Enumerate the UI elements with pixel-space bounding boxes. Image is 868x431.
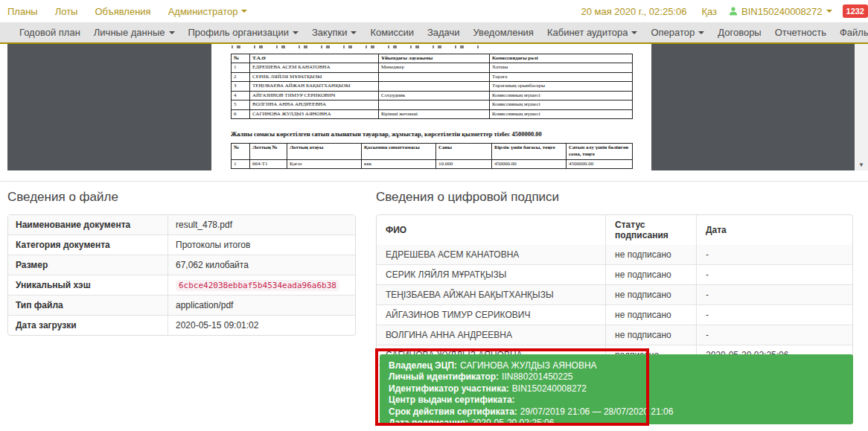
top-nav-announcements[interactable]: Объявления [95, 6, 150, 17]
col-header: № [232, 54, 250, 63]
sign-status: не подписано [606, 284, 697, 304]
nav-label: Уведомления [473, 27, 534, 38]
table-row: 6САГИНОВА ЖУЛДЫЗ АЯНОВНАБірінші жетекшіК… [232, 109, 633, 118]
col-header: Қосымша сипаттамасы [362, 144, 436, 160]
row-value: result_478.pdf [168, 215, 355, 234]
signer-name: ВОЛГИНА АННА АНДРЕЕВНА [377, 325, 606, 345]
sign-date: - [697, 264, 852, 284]
certificate-alert: Владелец ЭЦП:САГИНОВА ЖУЛДЫЗ АЯНОВНА Лич… [380, 354, 853, 424]
nav-item-reporting[interactable]: Отчетность [775, 27, 826, 38]
signer-name: АЙГАЗИНОВ ТИМУР СЕРИКОВИЧ [377, 304, 606, 325]
chevron-down-icon [241, 10, 247, 13]
clipped-text-line [232, 45, 481, 48]
language-switcher[interactable]: Қаз [701, 6, 717, 17]
sign-status: не подписано [606, 304, 697, 325]
table-row: СЕРИК ЛЯЙЛЯ МҰРАТҚЫЗЫ не подписано - [377, 264, 852, 284]
nav-label: Задачи [427, 27, 460, 38]
row-value: 67,062 килобайта [168, 255, 355, 275]
table-row: 3ТЕҢІЗБАЕВА АЙЖАН БАҚЫТХАНҚЫЗЫТөрағаның … [232, 82, 633, 91]
row-label: Тип файла [8, 295, 168, 315]
nav-item-procurement[interactable]: Закупки [312, 27, 357, 38]
nav-item-notifications[interactable]: Уведомления [473, 27, 534, 38]
pdf-total-line: Жалпы сомасы көрсетілген сатып алынатын … [231, 130, 640, 138]
table-row: Тип файла application/pdf [8, 295, 355, 315]
chevron-down-icon [293, 31, 299, 34]
chevron-down-icon [631, 31, 637, 34]
file-info-table: Наименование документа result_478.pdf Ка… [7, 214, 356, 336]
nav-label: Файлы [840, 27, 868, 38]
top-nav-plans[interactable]: Планы [7, 6, 38, 17]
table-row: АЙГАЗИНОВ ТИМУР СЕРИКОВИЧ не подписано - [377, 304, 852, 325]
table-row: Наименование документа result_478.pdf [8, 215, 355, 234]
sign-status: не подписано [606, 264, 697, 284]
signature-info-title: Сведения о цифровой подписи [376, 190, 853, 205]
nav-item-contracts[interactable]: Договоры [718, 27, 761, 38]
signer-name: СЕРИК ЛЯЙЛЯ МҰРАТҚЫЗЫ [377, 264, 606, 284]
nav-item-auditor-cabinet[interactable]: Кабинет аудитора [547, 27, 638, 38]
nav-item-annual-plan[interactable]: Годовой план [19, 27, 80, 38]
user-icon [729, 7, 738, 16]
nav-item-tasks[interactable]: Задачи [427, 27, 460, 38]
table-row: 5ВОЛГИНА АННА АНДРЕЕВНАКомиссияның мүшес… [232, 100, 633, 109]
scrollbar[interactable]: ▼ [855, 44, 868, 170]
top-nav-administrator[interactable]: Администратор [168, 6, 248, 17]
row-label: Наименование документа [8, 215, 168, 234]
table-row: ЕДРЕШЕВА АСЕМ КАНАТОВНА не подписано - [377, 245, 852, 264]
row-label: Категория документа [8, 234, 168, 255]
signature-table: ФИО Статус подписания Дата ЕДРЕШЕВА АСЕМ… [376, 214, 853, 365]
main-nav: Годовой план Личные данные Профиль орган… [0, 22, 868, 44]
row-value: application/pdf [168, 295, 355, 315]
nav-item-files[interactable]: Файлы [840, 27, 868, 38]
file-info-section: Сведения о файле Наименование документа … [7, 190, 356, 336]
col-header: Лоттың атауы [287, 144, 362, 160]
chevron-down-icon [826, 10, 832, 13]
col-header: № [232, 144, 250, 160]
col-header: Сатып алу үшін бөлінген сома, теңге [567, 144, 633, 160]
user-bin-label: BIN150240008272 [741, 6, 822, 17]
table-row: Размер 67,062 килобайта [8, 255, 355, 275]
nav-label: Отчетность [775, 27, 826, 38]
col-header-date: Дата [697, 215, 852, 245]
notifications-badge[interactable]: 1232 [843, 4, 868, 18]
col-header: Саны [436, 144, 492, 160]
table-row: ТЕҢІЗБАЕВА АЙЖАН БАҚЫТХАНҚЫЗЫ не подписа… [377, 284, 852, 304]
row-label: Дата загрузки [8, 315, 168, 335]
nav-item-org-profile[interactable]: Профиль организации [188, 27, 299, 38]
col-header-status: Статус подписания [606, 215, 697, 245]
row-label: Размер [8, 255, 168, 275]
nav-label: Кабинет аудитора [547, 27, 628, 38]
nav-label: Комиссии [370, 27, 414, 38]
cert-line: Центр выдачи сертификата: [389, 395, 846, 406]
cert-line: Идентификатор участника:BIN150240008272 [389, 383, 846, 395]
row-label: Уникальный хэш [8, 275, 168, 295]
scroll-down-icon[interactable]: ▼ [855, 162, 868, 168]
top-nav-administrator-label: Администратор [168, 6, 238, 17]
pdf-page: № Т.А.Ә Ұйымдағы лауазымы Комиссиядағы р… [211, 44, 651, 170]
sign-status: не подписано [606, 325, 697, 345]
user-menu[interactable]: BIN150240008272 [729, 6, 832, 17]
table-row: Уникальный хэш 6cbce42038ebbaf5b4534eada… [8, 275, 355, 295]
pdf-embed-background: № Т.А.Ә Ұйымдағы лауазымы Комиссиядағы р… [7, 44, 855, 170]
nav-label: Профиль организации [188, 27, 289, 38]
table-row: ВОЛГИНА АННА АНДРЕЕВНА не подписано - [377, 325, 852, 345]
current-datetime: 20 мая 2020 г., 02:25:06 [581, 6, 686, 17]
section-divider [0, 181, 868, 182]
file-hash-value: 6cbce42038ebbaf5b4534eada96a6b38 [176, 280, 339, 291]
signature-info-section: Сведения о цифровой подписи ФИО Статус п… [376, 190, 853, 365]
nav-item-commissions[interactable]: Комиссии [370, 27, 414, 38]
table-header-row: ФИО Статус подписания Дата [377, 215, 852, 245]
table-row: 1664-T1 Қағазккк 10.000450000.00 4500000… [232, 159, 633, 168]
sign-date: - [697, 284, 852, 304]
sign-date: - [697, 304, 852, 325]
top-nav-lots[interactable]: Лоты [55, 6, 78, 17]
nav-label: Оператор [651, 27, 695, 38]
cert-line: Личный идентификатор:IIN880201450225 [389, 371, 846, 383]
table-header-row: № Т.А.Ә Ұйымдағы лауазымы Комиссиядағы р… [232, 54, 633, 63]
col-header: Ұйымдағы лауазымы [379, 54, 490, 63]
chevron-down-icon [169, 31, 175, 34]
nav-item-operator[interactable]: Оператор [651, 27, 704, 38]
nav-item-personal-data[interactable]: Личные данные [94, 27, 175, 38]
table-row: 1ЕДРЕШЕВА АСЕМ КАНАТОВНАМенеджерХатшы [232, 63, 633, 72]
cert-line: Срок действия сертификата:29/07/2019 21:… [389, 406, 846, 418]
sign-status: не подписано [606, 245, 697, 264]
